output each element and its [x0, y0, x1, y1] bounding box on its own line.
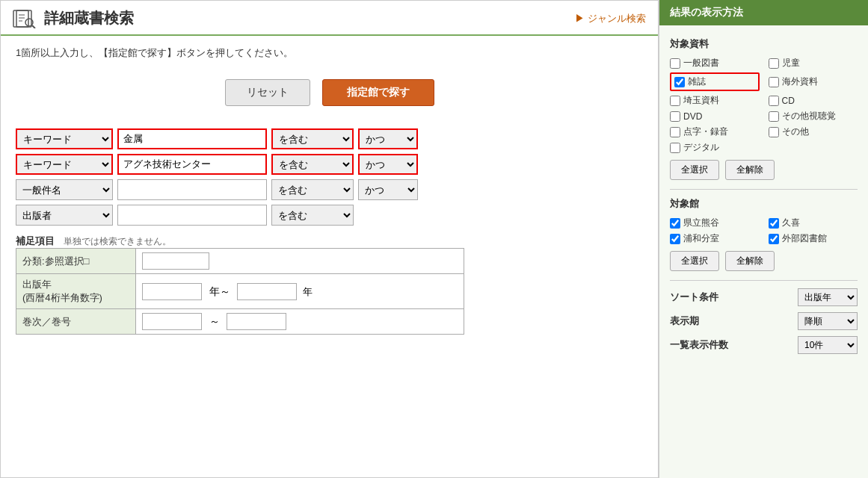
volume-label: 巻次／巻号 — [16, 309, 136, 335]
library-item-kuki: 久喜 — [769, 217, 858, 229]
library-deselect-all-button[interactable]: 全解除 — [725, 251, 775, 271]
condition-select-3[interactable]: を含む と一致する で始まる — [271, 179, 354, 200]
material-checkbox-dvd[interactable] — [670, 111, 680, 122]
logical-select-1[interactable]: かつ または — [358, 128, 418, 149]
field-select-3[interactable]: 一般件名 キーワード タイトル 著者名 出版者 — [16, 179, 113, 200]
classification-input[interactable] — [142, 252, 209, 270]
library-checkbox-kuki[interactable] — [769, 218, 779, 229]
material-item-dvd: DVD — [670, 110, 760, 122]
page-header: 詳細蔵書検索 ジャンル検索 — [1, 1, 658, 36]
display-count-select[interactable]: 10件 20件 50件 — [798, 336, 858, 354]
supplement-title: 補足項目 — [16, 235, 55, 246]
search-rows: キーワード タイトル 著者名 出版者 一般件名 を含む と一致する で始まる か… — [16, 128, 643, 226]
material-item-braille: 点字・録音 — [670, 125, 760, 138]
supplement-section: 補足項目 単独では検索できません。 分類:参照選択□ 出版年(西暦4桁半角数字) — [16, 235, 643, 335]
material-checkbox-av[interactable] — [769, 111, 779, 122]
material-item-overseas: 海外資料 — [769, 72, 858, 91]
material-label-other: その他 — [782, 125, 809, 138]
genre-link-container[interactable]: ジャンル検索 — [575, 12, 646, 25]
material-checkbox-magazine[interactable] — [674, 77, 685, 87]
material-label-braille: 点字・録音 — [683, 125, 728, 138]
condition-select-4[interactable]: を含む と一致する で始まる — [271, 205, 354, 226]
material-item-saitama: 埼玉資料 — [670, 94, 760, 107]
reset-button[interactable]: リセット — [225, 79, 310, 106]
material-checkbox-overseas[interactable] — [769, 77, 779, 87]
library-checkbox-kumagaya[interactable] — [670, 218, 680, 229]
supplement-header: 補足項目 単独では検索できません。 — [16, 235, 643, 248]
year-to-input[interactable] — [237, 283, 297, 300]
logical-select-3[interactable]: かつ または — [358, 179, 418, 200]
field-select-4[interactable]: 出版者 キーワード タイトル 著者名 一般件名 — [16, 205, 113, 226]
library-button-row: 全選択 全解除 — [670, 251, 858, 271]
book-search-icon — [13, 9, 37, 28]
condition-select-1[interactable]: を含む と一致する で始まる — [271, 128, 354, 149]
main-area: 詳細蔵書検索 ジャンル検索 1箇所以上入力し、【指定館で探す】ボタンを押してくだ… — [0, 0, 659, 478]
library-label-kuki: 久喜 — [782, 217, 800, 229]
sort-condition-row: ソート条件 出版年 タイトル 著者名 — [670, 288, 858, 306]
display-period-row: 表示期 降順 昇順 — [670, 312, 858, 330]
material-checkbox-children[interactable] — [769, 58, 779, 69]
supplement-row-volume: 巻次／巻号 ～ — [16, 309, 464, 335]
keyword-input-1[interactable] — [117, 128, 267, 149]
year-separator: 年～ — [209, 285, 230, 297]
library-checkbox-external[interactable] — [769, 234, 779, 244]
material-button-row: 全選択 全解除 — [670, 160, 858, 180]
material-checkbox-digital[interactable] — [670, 143, 680, 153]
logical-select-2[interactable]: かつ または — [358, 154, 418, 175]
material-item-magazine: 雑誌 — [670, 72, 760, 91]
button-row: リセット 指定館で探す — [16, 72, 643, 114]
target-material-title: 対象資料 — [670, 37, 858, 51]
material-label-av: その他視聴覚 — [782, 110, 836, 122]
library-checkbox-grid: 県立熊谷 久喜 浦和分室 外部図書館 — [670, 217, 858, 245]
supplement-row-year: 出版年(西暦4桁半角数字) 年～ 年 — [16, 274, 464, 309]
volume-from-input[interactable] — [142, 313, 202, 330]
page-title: 詳細蔵書検索 — [44, 8, 134, 28]
material-label-cd: CD — [782, 96, 795, 106]
library-item-urawa: 浦和分室 — [670, 232, 760, 245]
library-item-external: 外部図書館 — [769, 232, 858, 245]
supplement-row-classification: 分類:参照選択□ — [16, 249, 464, 274]
year-input-cell: 年～ 年 — [136, 274, 464, 309]
genre-search-link[interactable]: ジャンル検索 — [575, 13, 646, 24]
material-select-all-button[interactable]: 全選択 — [670, 160, 719, 180]
year-from-input[interactable] — [142, 283, 202, 300]
sort-condition-select[interactable]: 出版年 タイトル 著者名 — [798, 288, 858, 306]
field-select-2[interactable]: キーワード タイトル 著者名 出版者 一般件名 — [16, 154, 113, 175]
keyword-input-4[interactable] — [117, 205, 267, 226]
search-row-2: キーワード タイトル 著者名 出版者 一般件名 を含む と一致する で始まる か… — [16, 154, 643, 175]
material-label-magazine: 雑誌 — [688, 75, 706, 88]
sidebar-content: 対象資料 一般図書 児童 雑誌 海外資料 — [659, 25, 868, 369]
keyword-input-2[interactable] — [117, 154, 267, 175]
field-select-1[interactable]: キーワード タイトル 著者名 出版者 一般件名 — [16, 128, 113, 149]
library-select-all-button[interactable]: 全選択 — [670, 251, 719, 271]
material-checkbox-other[interactable] — [769, 127, 779, 137]
header-left: 詳細蔵書検索 — [13, 8, 134, 28]
material-checkbox-saitama[interactable] — [670, 96, 680, 106]
library-label-external: 外部図書館 — [782, 232, 827, 245]
keyword-input-3[interactable] — [117, 179, 267, 200]
material-item-other: その他 — [769, 125, 858, 138]
display-period-select[interactable]: 降順 昇順 — [798, 312, 858, 330]
sidebar-divider-2 — [670, 280, 858, 281]
year-label: 出版年(西暦4桁半角数字) — [16, 274, 136, 309]
volume-input-cell: ～ — [136, 309, 464, 335]
supplement-table: 分類:参照選択□ 出版年(西暦4桁半角数字) 年～ 年 — [16, 248, 464, 335]
material-deselect-all-button[interactable]: 全解除 — [725, 160, 775, 180]
material-label-digital: デジタル — [683, 141, 719, 154]
sidebar-header: 結果の表示方法 — [659, 0, 868, 25]
condition-select-2[interactable]: を含む と一致する で始まる — [271, 154, 354, 175]
material-checkbox-cd[interactable] — [769, 96, 779, 106]
material-checkbox-general[interactable] — [670, 58, 680, 69]
classification-label: 分類:参照選択□ — [16, 249, 136, 274]
material-checkbox-braille[interactable] — [670, 127, 680, 137]
material-checkbox-grid: 一般図書 児童 雑誌 海外資料 埼玉資料 — [670, 57, 858, 154]
material-label-children: 児童 — [782, 57, 800, 69]
volume-to-input[interactable] — [227, 313, 286, 330]
display-count-row: 一覧表示件数 10件 20件 50件 — [670, 336, 858, 354]
material-label-dvd: DVD — [683, 111, 702, 122]
library-label-kumagaya: 県立熊谷 — [683, 217, 719, 229]
svg-line-3 — [32, 25, 35, 28]
material-item-cd: CD — [769, 94, 858, 107]
library-checkbox-urawa[interactable] — [670, 234, 680, 244]
search-button[interactable]: 指定館で探す — [322, 79, 434, 106]
